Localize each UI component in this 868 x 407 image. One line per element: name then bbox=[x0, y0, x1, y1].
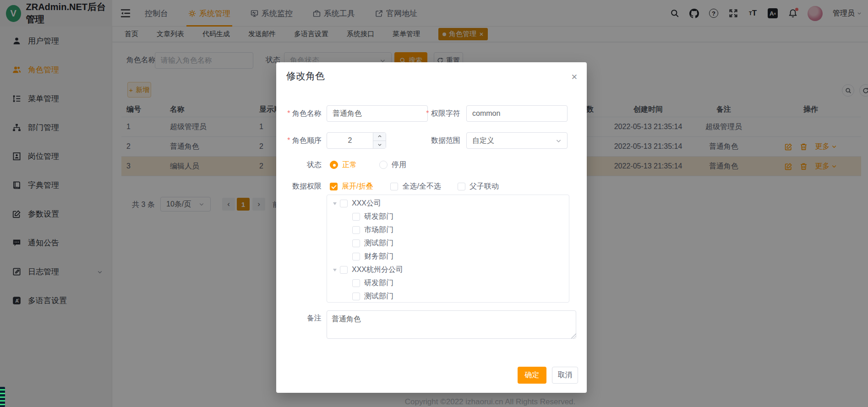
checkbox-parent-child-link-label[interactable]: 父子联动 bbox=[469, 182, 499, 191]
data-perm-label: 数据权限 bbox=[276, 178, 322, 195]
resize-handle[interactable] bbox=[571, 333, 576, 338]
remark-label: 备注 bbox=[276, 313, 322, 323]
tree-checkbox[interactable] bbox=[352, 293, 360, 300]
stepper-up-button[interactable] bbox=[373, 133, 386, 141]
tree-node-dept[interactable]: 研发部门 bbox=[327, 210, 569, 223]
department-tree: XXX公司 研发部门 市场部门 测试部门 财务部门 XXX杭州分公司 bbox=[327, 195, 569, 303]
tree-node-dept[interactable]: 测试部门 bbox=[327, 237, 569, 250]
tree-node-label: 测试部门 bbox=[364, 292, 393, 301]
role-name-label: 角色名称 bbox=[276, 105, 322, 122]
close-icon[interactable]: ✕ bbox=[571, 72, 578, 82]
tree-checkbox[interactable] bbox=[340, 266, 348, 274]
remark-textarea[interactable]: 普通角色 bbox=[327, 310, 576, 339]
tree-node-label: 测试部门 bbox=[364, 239, 393, 248]
tree-node-dept[interactable]: 测试部门 bbox=[327, 290, 569, 303]
confirm-button[interactable]: 确定 bbox=[518, 367, 546, 384]
tree-node-label: XXX杭州分公司 bbox=[352, 265, 403, 275]
tree-node-dept[interactable]: 研发部门 bbox=[327, 277, 569, 290]
tree-node-label: 研发部门 bbox=[364, 278, 393, 288]
tree-node-label: 市场部门 bbox=[364, 225, 393, 235]
tree-node-label: 财务部门 bbox=[364, 252, 393, 261]
role-order-label: 角色顺序 bbox=[276, 132, 322, 149]
checkbox-expand-collapse-label[interactable]: 展开/折叠 bbox=[342, 182, 373, 191]
tree-checkbox[interactable] bbox=[352, 213, 360, 221]
tree-node-label: XXX公司 bbox=[352, 199, 381, 208]
checkbox-select-all-label[interactable]: 全选/全不选 bbox=[402, 182, 441, 191]
radio-normal[interactable] bbox=[330, 161, 338, 169]
checkbox-expand-collapse[interactable] bbox=[330, 183, 338, 190]
chevron-down-icon bbox=[556, 138, 562, 144]
radio-disabled[interactable] bbox=[379, 161, 388, 169]
checkbox-parent-child-link[interactable] bbox=[458, 183, 465, 190]
data-scope-select[interactable]: 自定义 bbox=[466, 132, 568, 149]
radio-disabled-label[interactable]: 停用 bbox=[392, 160, 406, 170]
perm-char-field[interactable] bbox=[466, 105, 568, 122]
tree-node-company-2[interactable]: XXX杭州分公司 bbox=[327, 263, 569, 277]
status-label: 状态 bbox=[276, 157, 322, 173]
tree-node-dept[interactable]: 市场部门 bbox=[327, 223, 569, 237]
app-screen: V ZRAdmin.NET后台管理 控制台 系统管理 系统监控 系统工具 bbox=[0, 0, 868, 407]
stepper-down-button[interactable] bbox=[373, 141, 386, 149]
role-order-stepper[interactable]: 2 bbox=[327, 132, 386, 149]
data-perm-options: 展开/折叠 全选/全不选 父子联动 bbox=[330, 178, 499, 195]
data-scope-value: 自定义 bbox=[472, 136, 494, 146]
checkbox-select-all[interactable] bbox=[390, 183, 398, 190]
tree-checkbox[interactable] bbox=[352, 226, 360, 234]
tree-checkbox[interactable] bbox=[352, 239, 360, 247]
tree-checkbox[interactable] bbox=[340, 200, 348, 207]
tree-checkbox[interactable] bbox=[352, 279, 360, 287]
tree-checkbox[interactable] bbox=[352, 253, 360, 260]
dialog-title: 修改角色 bbox=[286, 70, 325, 82]
corner-widget bbox=[0, 387, 5, 407]
caret-down-icon[interactable] bbox=[333, 269, 337, 271]
role-order-value: 2 bbox=[327, 133, 373, 148]
status-radio-group: 正常 停用 bbox=[330, 157, 406, 173]
radio-normal-label[interactable]: 正常 bbox=[342, 160, 357, 170]
edit-role-dialog: 修改角色 ✕ 角色名称 权限字符 角色顺序 2 数据范围 自定义 状态 正常 停… bbox=[276, 62, 587, 393]
cancel-button[interactable]: 取消 bbox=[552, 367, 578, 384]
tree-node-label: 研发部门 bbox=[364, 212, 393, 222]
perm-char-label: 权限字符 bbox=[409, 105, 460, 122]
data-scope-label: 数据范围 bbox=[409, 132, 460, 149]
tree-node-dept[interactable]: 财务部门 bbox=[327, 250, 569, 263]
tree-node-company-1[interactable]: XXX公司 bbox=[327, 197, 569, 210]
caret-down-icon[interactable] bbox=[333, 202, 337, 205]
